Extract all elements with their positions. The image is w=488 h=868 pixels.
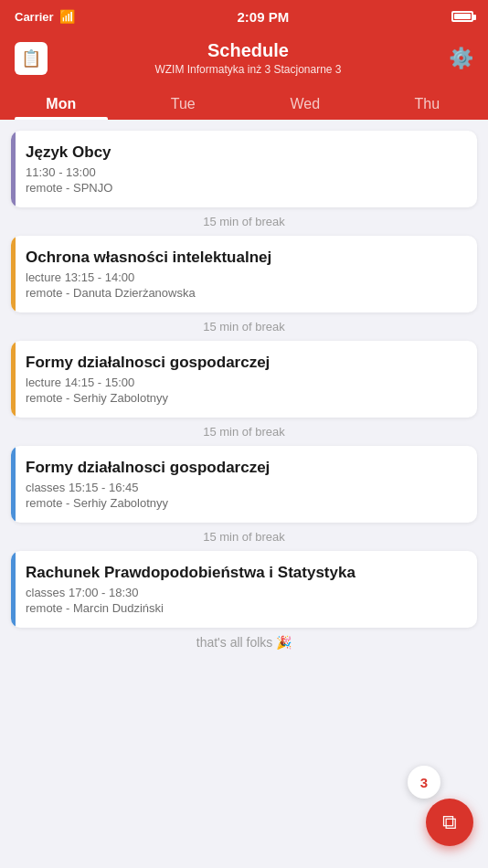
badge-count: 3: [420, 775, 428, 790]
footer-text: that's all folks 🎉: [11, 628, 477, 650]
class-title: Formy działalnosci gospodarczej: [26, 459, 462, 477]
break-label: 15 min of break: [11, 312, 477, 341]
tab-mon[interactable]: Mon: [0, 87, 122, 120]
battery-icon: [451, 11, 473, 22]
class-card[interactable]: Formy działalnosci gospodarczej classes …: [11, 446, 477, 523]
count-badge: 3: [408, 766, 440, 799]
tab-thu[interactable]: Thu: [366, 87, 489, 120]
settings-button[interactable]: ⚙️: [449, 47, 473, 70]
status-right: [451, 11, 473, 22]
class-time: lecture 14:15 - 15:00: [26, 376, 462, 389]
class-location: remote - Serhiy Zabolotnyy: [26, 496, 462, 510]
schedule-content: Język Obcy 11:30 - 13:00 remote - SPNJO …: [0, 120, 488, 741]
header: 📋 Schedule WZIM Informatyka inż 3 Stacjo…: [0, 33, 488, 87]
status-time: 2:09 PM: [237, 9, 289, 25]
class-location: remote - Danuta Dzierżanowska: [26, 286, 462, 300]
class-location: remote - Marcin Dudziński: [26, 601, 462, 615]
class-card[interactable]: Język Obcy 11:30 - 13:00 remote - SPNJO: [11, 131, 477, 207]
class-title: Rachunek Prawdopodobieństwa i Statystyka: [26, 564, 462, 582]
break-label: 15 min of break: [11, 207, 477, 236]
class-card[interactable]: Rachunek Prawdopodobieństwa i Statystyka…: [11, 551, 477, 628]
class-time: classes 17:00 - 18:30: [26, 586, 462, 599]
class-card[interactable]: Formy działalnosci gospodarczej lecture …: [11, 341, 477, 418]
class-location: remote - SPNJO: [26, 181, 462, 195]
class-title: Formy działalnosci gospodarczej: [26, 354, 462, 372]
tab-wed[interactable]: Wed: [244, 87, 366, 120]
tab-tue[interactable]: Tue: [122, 87, 245, 120]
day-tabs: Mon Tue Wed Thu: [0, 87, 488, 120]
app-subtitle: WZIM Informatyka inż 3 Stacjonarne 3: [48, 63, 449, 76]
fab-button[interactable]: ⧉: [426, 799, 473, 846]
break-label: 15 min of break: [11, 523, 477, 551]
copy-icon: ⧉: [442, 810, 457, 834]
header-title-block: Schedule WZIM Informatyka inż 3 Stacjona…: [48, 40, 449, 76]
wifi-icon: 📶: [59, 9, 75, 24]
carrier-label: Carrier: [15, 10, 54, 24]
class-time: lecture 13:15 - 14:00: [26, 270, 462, 284]
class-time: 11:30 - 13:00: [26, 165, 462, 179]
class-title: Język Obcy: [26, 143, 462, 162]
class-card[interactable]: Ochrona własności intelektualnej lecture…: [11, 236, 477, 312]
logo-icon: 📋: [21, 48, 41, 69]
app-logo: 📋: [15, 42, 48, 75]
class-location: remote - Serhiy Zabolotnyy: [26, 391, 462, 405]
status-left: Carrier 📶: [15, 9, 75, 24]
class-title: Ochrona własności intelektualnej: [26, 249, 462, 267]
app-title: Schedule: [48, 40, 449, 61]
class-time: classes 15:15 - 16:45: [26, 481, 462, 494]
status-bar: Carrier 📶 2:09 PM: [0, 0, 488, 33]
break-label: 15 min of break: [11, 418, 477, 446]
